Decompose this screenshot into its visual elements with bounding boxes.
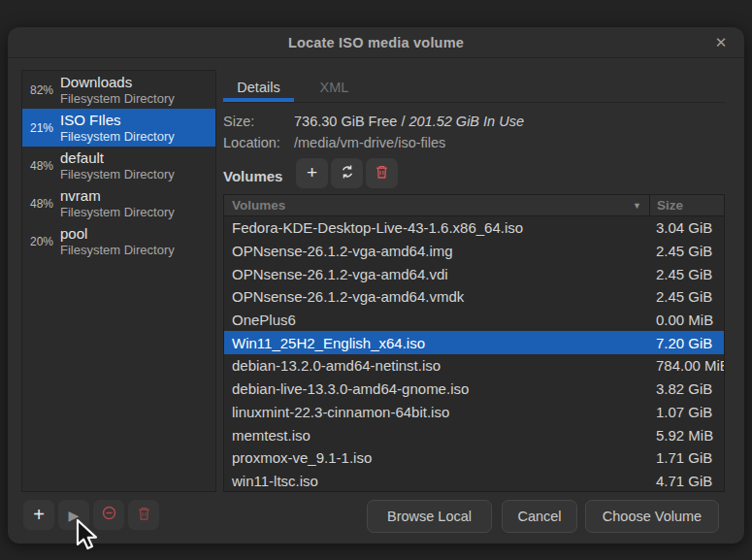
size-value: 736.30 GiB Free / 201.52 GiB In Use [294,114,524,133]
pool-type: Filesystem Directory [60,129,175,145]
pool-usage-percent: 48% [30,159,57,173]
delete-pool-button[interactable] [128,500,159,530]
close-icon[interactable]: ✕ [711,33,731,52]
plus-icon: + [33,505,45,524]
volumes-table: Volumes ▼ Size Fedora-KDE-Desktop-Live-4… [223,194,725,492]
volumes-section-label: Volumes [223,168,282,184]
volume-name-cell: debian-live-13.3.0-amd64-gnome.iso [224,380,649,397]
pool-usage-percent: 48% [30,197,57,211]
refresh-icon [340,164,355,183]
table-body: Fedora-KDE-Desktop-Live-43-1.6.x86_64.is… [224,216,724,492]
locate-iso-dialog: Locate ISO media volume ✕ 82% Downloads … [8,27,744,544]
table-row[interactable]: OPNsense-26.1.2-vga-amd64.vdi 2.45 GiB [224,262,724,285]
table-row[interactable]: proxmox-ve_9.1-1.iso 1.71 GiB [224,446,724,470]
pool-name: nvram [60,187,175,205]
refresh-volumes-button[interactable] [331,158,363,188]
location-row: Location: /media/vm-drive/iso-files [223,135,725,154]
column-header-size[interactable]: Size [649,195,724,215]
pool-name: ISO FIles [60,112,175,129]
volume-name-cell: Fedora-KDE-Desktop-Live-43-1.6.x86_64.is… [224,219,649,236]
add-volume-button[interactable]: + [296,158,328,188]
start-pool-button[interactable]: ▶ [58,500,89,530]
volume-name-cell: debian-13.2.0-amd64-netinst.iso [224,357,649,374]
pool-type: Filesystem Directory [60,243,175,258]
pool-type: Filesystem Directory [60,91,175,107]
dialog-title: Locate ISO media volume [288,35,464,50]
pool-item[interactable]: 48% default Filesystem Directory [22,147,215,184]
size-row: Size: 736.30 GiB Free / 201.52 GiB In Us… [223,114,725,133]
add-pool-button[interactable]: + [23,500,54,530]
volume-size-cell: 5.92 MiB [649,427,724,444]
table-row[interactable]: OPNsense-26.1.2-vga-amd64.vmdk 2.45 GiB [224,285,724,309]
table-row[interactable]: Fedora-KDE-Desktop-Live-43-1.6.x86_64.is… [224,216,724,240]
table-row[interactable]: debian-13.2.0-amd64-netinst.iso 784.00 M… [224,354,724,378]
browse-local-button[interactable]: Browse Local [367,500,492,533]
pool-type: Filesystem Directory [60,205,175,220]
cancel-button[interactable]: Cancel [502,500,577,533]
pool-name: default [60,149,175,167]
volume-name-cell: Win11_25H2_English_x64.iso [224,335,649,351]
location-value: /media/vm-drive/iso-files [294,135,445,154]
table-header: Volumes ▼ Size [224,195,724,216]
volume-size-cell: 7.20 GiB [649,335,724,351]
stop-circle-icon [101,505,117,525]
choose-volume-button[interactable]: Choose Volume [585,500,719,533]
pool-name: pool [60,225,175,243]
pool-name: Downloads [60,74,175,91]
pool-item[interactable]: 82% Downloads Filesystem Directory [22,71,215,109]
sort-desc-icon: ▼ [633,201,641,211]
size-label: Size: [223,114,294,133]
volume-size-cell: 3.04 GiB [649,219,724,236]
volume-name-cell: OnePlus6 [224,312,649,328]
volume-name-cell: win11-ltsc.iso [224,473,649,489]
pool-usage-percent: 20% [30,235,57,248]
volume-size-cell: 3.82 GiB [649,380,724,397]
volume-size-cell: 2.45 GiB [649,266,724,282]
volume-size-cell: 1.71 GiB [649,449,724,466]
pool-item[interactable]: 21% ISO FIles Filesystem Directory [22,109,215,147]
table-row[interactable]: win11-ltsc.iso 4.71 GiB [224,470,724,492]
table-row[interactable]: OnePlus6 0.00 MiB [224,309,724,332]
tab-xml[interactable]: XML [299,73,370,102]
delete-volume-button[interactable] [366,158,398,188]
pool-list: 82% Downloads Filesystem Directory 21% I… [21,70,216,492]
table-row[interactable]: linuxmint-22.3-cinnamon-64bit.iso 1.07 G… [224,401,724,424]
volume-size-cell: 2.45 GiB [649,288,724,305]
pool-item[interactable]: 48% nvram Filesystem Directory [22,184,215,222]
table-row[interactable]: debian-live-13.3.0-amd64-gnome.iso 3.82 … [224,378,724,401]
volume-size-cell: 1.07 GiB [649,404,724,420]
volume-name-cell: OPNsense-26.1.2-vga-amd64.img [224,243,649,259]
volume-size-cell: 2.45 GiB [649,243,724,259]
column-header-volumes[interactable]: Volumes ▼ [224,195,649,215]
stop-pool-button[interactable] [93,500,124,530]
volume-size-cell: 0.00 MiB [649,312,724,328]
trash-icon [137,506,151,525]
trash-icon [375,164,389,183]
volume-name-cell: OPNsense-26.1.2-vga-amd64.vmdk [224,288,649,305]
location-label: Location: [223,135,294,154]
pool-usage-percent: 82% [30,83,57,97]
volume-size-cell: 4.71 GiB [649,473,724,489]
pool-usage-percent: 21% [30,121,57,135]
volume-name-cell: linuxmint-22.3-cinnamon-64bit.iso [224,404,649,420]
detail-tabbar: Details XML [223,73,725,103]
volume-name-cell: proxmox-ve_9.1-1.iso [224,449,649,466]
volume-name-cell: memtest.iso [224,427,649,444]
play-icon: ▶ [69,509,80,522]
pool-item[interactable]: 20% pool Filesystem Directory [22,222,215,260]
pool-type: Filesystem Directory [60,167,175,182]
dialog-titlebar: Locate ISO media volume ✕ [8,27,744,58]
volume-size-cell: 784.00 MiB [649,357,724,374]
tab-details[interactable]: Details [223,73,294,102]
table-row[interactable]: OPNsense-26.1.2-vga-amd64.img 2.45 GiB [224,240,724,263]
table-row[interactable]: memtest.iso 5.92 MiB [224,423,724,446]
plus-icon: + [307,163,317,181]
table-row[interactable]: Win11_25H2_English_x64.iso 7.20 GiB [224,331,724,354]
volume-name-cell: OPNsense-26.1.2-vga-amd64.vdi [224,266,649,282]
